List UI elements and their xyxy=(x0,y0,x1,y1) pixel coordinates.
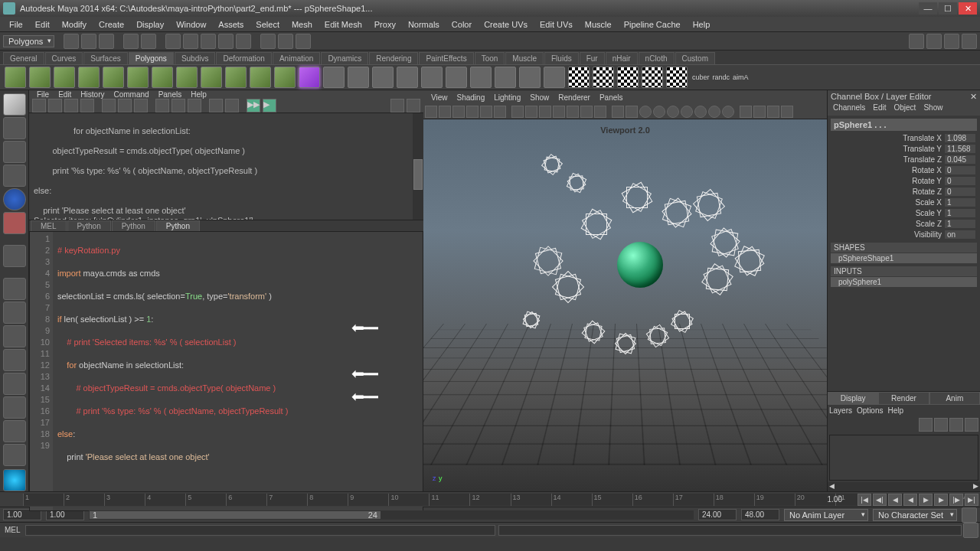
layer-menu-help[interactable]: Help xyxy=(887,406,903,415)
vp-menu-view[interactable]: View xyxy=(426,93,452,102)
shelf-tab-nhair[interactable]: nHair xyxy=(606,52,638,64)
menu-edit[interactable]: Edit xyxy=(29,20,56,29)
shelf-uv-checker[interactable] xyxy=(617,67,639,88)
vp-lock-camera[interactable] xyxy=(439,106,451,118)
time-slider[interactable]: 123456789101112131415161718192021222324 … xyxy=(0,491,980,507)
snap-curve-button[interactable] xyxy=(183,34,198,49)
script-search-button[interactable] xyxy=(390,99,404,112)
shelf-tab-muscle[interactable]: Muscle xyxy=(505,52,544,64)
vp-2d-pan[interactable] xyxy=(480,106,492,118)
wireframe-object[interactable] xyxy=(580,208,612,240)
vp-gate-mask[interactable] xyxy=(553,106,565,118)
script-history-button[interactable] xyxy=(188,99,201,112)
layer-down-button[interactable] xyxy=(965,418,978,432)
panel-close-icon[interactable]: ✕ xyxy=(970,92,977,102)
play-back-button[interactable]: ◀ xyxy=(903,494,917,506)
play-forward-button[interactable]: ▶ xyxy=(919,494,933,506)
script-goto-button[interactable] xyxy=(407,99,420,112)
move-tool[interactable] xyxy=(3,165,26,187)
output-scrollbar[interactable] xyxy=(413,113,423,220)
vp-xray-joints[interactable] xyxy=(722,106,734,118)
layer-new-button[interactable] xyxy=(919,418,933,432)
lasso-tool[interactable] xyxy=(3,117,26,139)
shelf-tab-fur[interactable]: Fur xyxy=(580,52,605,64)
vp-shadows[interactable] xyxy=(653,106,665,118)
snap-live-button[interactable] xyxy=(236,34,251,49)
menu-mesh[interactable]: Mesh xyxy=(286,20,318,29)
layer-tab-display[interactable]: Display xyxy=(828,392,878,405)
shelf-uv-checker[interactable] xyxy=(666,67,688,88)
menu-pipeline-cache[interactable]: Pipeline Cache xyxy=(618,20,687,29)
menu-window[interactable]: Window xyxy=(170,20,212,29)
wireframe-object[interactable] xyxy=(552,271,584,303)
wireframe-object[interactable] xyxy=(541,154,563,175)
layout-persp-outliner[interactable] xyxy=(3,325,26,347)
ui-toggle-button[interactable] xyxy=(909,34,924,49)
menu-edit-mesh[interactable]: Edit Mesh xyxy=(318,20,368,29)
shelf-tab-polygons[interactable]: Polygons xyxy=(129,52,174,64)
shelf-tab-custom[interactable]: Custom xyxy=(675,52,715,64)
script-execute-button[interactable]: ▶ xyxy=(263,99,276,112)
script-clear-history-button[interactable] xyxy=(134,99,148,112)
shelf-tab-subdivs[interactable]: Subdivs xyxy=(175,52,216,64)
script-new-button[interactable] xyxy=(32,99,46,112)
shelf-poly-cone[interactable] xyxy=(78,67,100,88)
editor-tab-python-3[interactable]: Python xyxy=(156,220,200,231)
shelf-tab-animation[interactable]: Animation xyxy=(273,52,320,64)
menu-select[interactable]: Select xyxy=(250,20,286,29)
layer-menu-options[interactable]: Options xyxy=(857,406,883,415)
shelf-tab-painteffects[interactable]: PaintEffects xyxy=(419,52,473,64)
shelf-tool[interactable] xyxy=(372,67,394,88)
script-history-button[interactable] xyxy=(155,99,169,112)
range-end-inner[interactable] xyxy=(698,509,737,520)
menu-muscle[interactable]: Muscle xyxy=(579,20,618,29)
render-settings-button[interactable] xyxy=(296,34,311,49)
shelf-poly-type[interactable] xyxy=(299,67,320,88)
script-menu-file[interactable]: File xyxy=(32,90,54,99)
vp-wireframe[interactable] xyxy=(612,106,624,118)
vp-xray[interactable] xyxy=(708,106,720,118)
paint-select-tool[interactable] xyxy=(3,141,26,163)
layer-new-selected-button[interactable] xyxy=(934,418,948,432)
shelf-tool[interactable] xyxy=(323,67,345,88)
vp-use-lights[interactable] xyxy=(639,106,652,118)
vp-field-chart[interactable] xyxy=(567,106,579,118)
shelf-tab-dynamics[interactable]: Dynamics xyxy=(321,52,368,64)
attr-value[interactable]: 11.568 xyxy=(945,145,975,153)
shelf-tab-ncloth[interactable]: nCloth xyxy=(639,52,675,64)
vp-smooth-shade[interactable] xyxy=(626,106,638,118)
script-history-button[interactable] xyxy=(172,99,185,112)
vp-res-gate[interactable] xyxy=(539,106,551,118)
shelf-poly-helix[interactable] xyxy=(225,67,247,88)
menu-modify[interactable]: Modify xyxy=(56,20,93,29)
shelf-poly-plane[interactable] xyxy=(103,67,124,88)
range-track[interactable]: 124 xyxy=(89,510,694,520)
editor-tab-python-2[interactable]: Python xyxy=(112,220,155,231)
mode-dropdown[interactable]: Polygons xyxy=(3,35,54,47)
shelf-tab-rendering[interactable]: Rendering xyxy=(369,52,418,64)
window-close-button[interactable]: ✕ xyxy=(959,2,977,15)
script-menu-panels[interactable]: Panels xyxy=(154,90,187,99)
vp-textured[interactable] xyxy=(694,106,707,118)
script-line-button[interactable] xyxy=(225,99,239,112)
shelf-poly-prism[interactable] xyxy=(152,67,173,88)
go-end-button[interactable]: ▶| xyxy=(965,494,978,506)
script-menu-help[interactable]: Help xyxy=(186,90,211,99)
ch-menu-object[interactable]: Object xyxy=(890,103,920,116)
vp-menu-renderer[interactable]: Renderer xyxy=(554,93,595,102)
layout-four[interactable] xyxy=(3,302,26,324)
range-end-outer[interactable] xyxy=(741,509,779,520)
menu-edit-uvs[interactable]: Edit UVs xyxy=(534,20,579,29)
attr-value[interactable]: 1 xyxy=(945,220,975,228)
viewport-3d[interactable]: Viewport 2.0 y z xyxy=(423,119,827,491)
undo-button[interactable] xyxy=(123,34,139,49)
vp-exposure[interactable] xyxy=(753,106,766,118)
script-execute-all-button[interactable]: ▶▶ xyxy=(247,99,260,112)
wireframe-object[interactable] xyxy=(701,263,733,295)
wireframe-object[interactable] xyxy=(734,246,765,276)
window-maximize-button[interactable]: ☐ xyxy=(939,2,957,15)
autokey-toggle[interactable] xyxy=(962,507,977,523)
snap-plane-button[interactable] xyxy=(218,34,234,49)
shelf-poly-cylinder[interactable] xyxy=(54,67,75,88)
scroll-right-icon[interactable]: ▶ xyxy=(973,482,978,491)
